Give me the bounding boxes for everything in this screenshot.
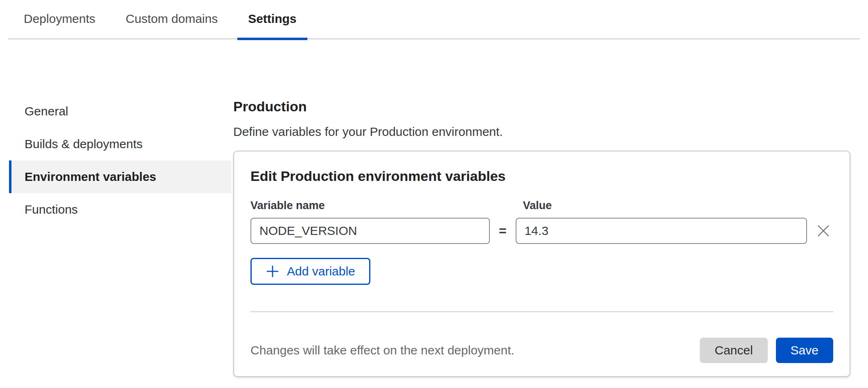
variable-row: Variable name = Value	[250, 199, 833, 244]
plus-icon	[266, 264, 280, 278]
variable-value-field-group: Value	[516, 199, 807, 244]
card-divider	[250, 311, 833, 312]
environment-variables-card: Edit Production environment variables Va…	[233, 151, 850, 377]
tab-deployments[interactable]: Deployments	[13, 0, 106, 40]
card-footer: Changes will take effect on the next dep…	[250, 338, 833, 363]
variable-name-label: Variable name	[250, 199, 490, 212]
add-variable-button[interactable]: Add variable	[250, 258, 370, 285]
settings-layout: General Builds & deployments Environment…	[0, 95, 868, 377]
tab-settings[interactable]: Settings	[237, 0, 307, 40]
variable-value-input[interactable]	[516, 218, 807, 244]
sidebar-item-functions[interactable]: Functions	[9, 193, 231, 226]
save-button[interactable]: Save	[776, 338, 833, 363]
section-title: Production	[233, 98, 850, 115]
equals-sign: =	[499, 218, 507, 244]
footer-note: Changes will take effect on the next dep…	[250, 343, 514, 357]
footer-actions: Cancel Save	[700, 338, 833, 363]
variable-name-field-group: Variable name	[250, 199, 490, 244]
settings-sidebar: General Builds & deployments Environment…	[9, 95, 231, 377]
add-variable-button-label: Add variable	[287, 264, 355, 278]
variable-name-input[interactable]	[250, 218, 490, 244]
x-icon	[815, 223, 832, 239]
sidebar-item-general[interactable]: General	[9, 95, 231, 128]
cancel-button[interactable]: Cancel	[700, 338, 767, 363]
tab-custom-domains[interactable]: Custom domains	[115, 0, 228, 40]
card-title: Edit Production environment variables	[250, 168, 833, 184]
section-subtitle: Define variables for your Production env…	[233, 124, 850, 139]
tab-bar: Deployments Custom domains Settings	[8, 0, 860, 39]
variable-value-label: Value	[516, 199, 807, 212]
sidebar-item-environment-variables[interactable]: Environment variables	[9, 160, 231, 193]
main-content: Production Define variables for your Pro…	[233, 95, 850, 377]
sidebar-item-builds-deployments[interactable]: Builds & deployments	[9, 128, 231, 160]
remove-variable-button[interactable]	[814, 218, 833, 244]
